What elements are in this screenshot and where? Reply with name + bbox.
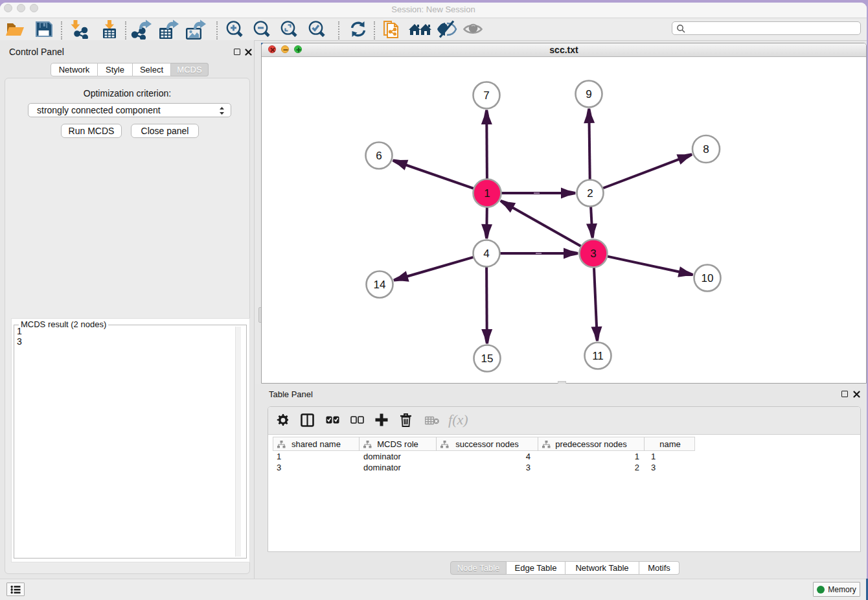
svg-text:8: 8 (703, 143, 709, 156)
svg-text:14: 14 (374, 279, 386, 291)
svg-text:3: 3 (590, 248, 596, 260)
svg-text:11: 11 (592, 350, 604, 362)
svg-text:6: 6 (376, 150, 382, 162)
svg-text:9: 9 (586, 88, 591, 100)
svg-text:1: 1 (484, 187, 490, 200)
svg-text:2: 2 (587, 187, 593, 200)
svg-text:4: 4 (483, 248, 489, 260)
svg-text:7: 7 (483, 89, 489, 102)
svg-text:15: 15 (481, 352, 494, 365)
svg-text:10: 10 (702, 272, 714, 284)
